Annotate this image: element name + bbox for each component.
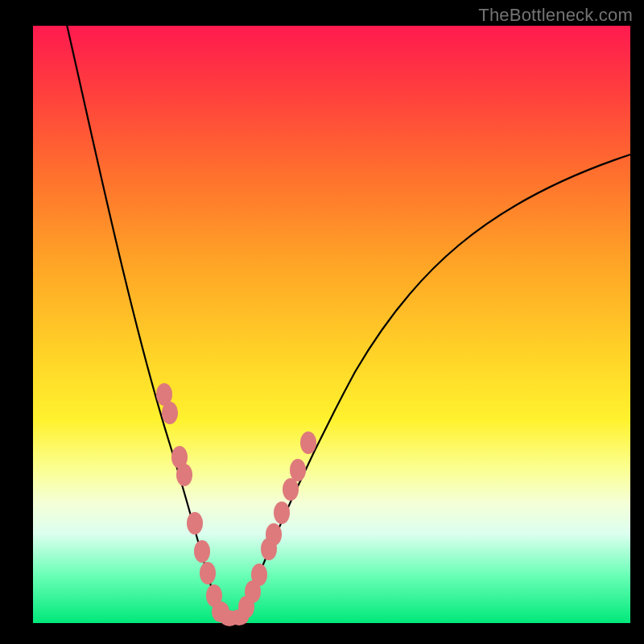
- bottleneck-curve: [33, 26, 630, 623]
- marker-dot: [176, 464, 192, 486]
- marker-dot: [290, 459, 306, 481]
- marker-dot: [266, 523, 282, 546]
- left-marker-cluster: [156, 383, 229, 622]
- marker-dot: [274, 502, 290, 524]
- right-marker-cluster: [238, 431, 316, 618]
- marker-dot: [200, 562, 216, 584]
- plot-area: [33, 26, 630, 623]
- chart-frame: TheBottleneck.com: [0, 0, 644, 644]
- marker-dot: [194, 540, 210, 563]
- marker-dot: [251, 564, 267, 586]
- marker-dot: [162, 402, 178, 424]
- watermark-text: TheBottleneck.com: [478, 5, 633, 26]
- marker-dot: [300, 431, 316, 454]
- curve-path: [65, 18, 630, 620]
- marker-dot: [187, 512, 203, 535]
- marker-dot: [283, 478, 299, 501]
